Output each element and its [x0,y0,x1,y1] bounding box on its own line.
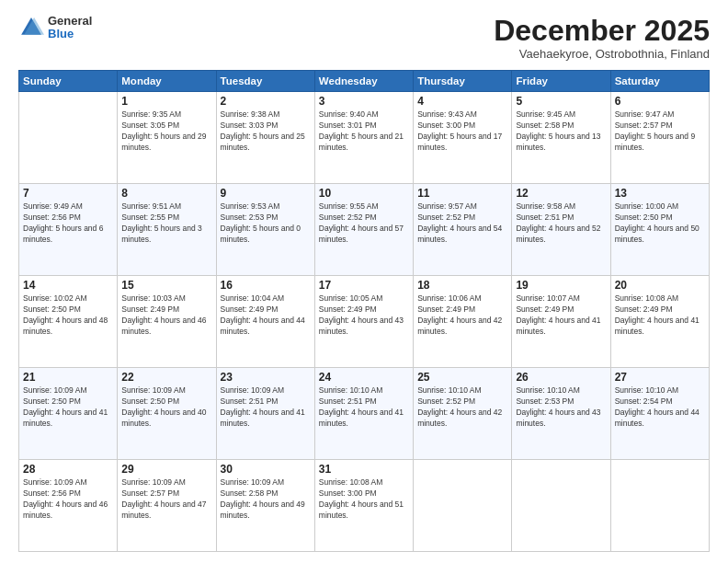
calendar-week-3: 14Sunrise: 10:02 AM Sunset: 2:50 PM Dayl… [19,276,710,368]
day-number: 17 [319,279,409,292]
logo-blue: Blue [48,28,92,40]
month-title: December 2025 [494,15,710,47]
day-number: 30 [221,463,311,476]
calendar-cell: 31Sunrise: 10:08 AM Sunset: 3:00 PM Dayl… [314,460,413,552]
day-info: Sunrise: 9:45 AM Sunset: 2:58 PM Dayligh… [516,109,606,154]
col-header-sunday: Sunday [19,71,118,92]
day-number: 6 [615,95,705,108]
calendar-cell: 5Sunrise: 9:45 AM Sunset: 2:58 PM Daylig… [512,92,610,184]
day-number: 7 [23,187,113,200]
day-info: Sunrise: 10:10 AM Sunset: 2:51 PM Daylig… [319,385,409,430]
day-number: 22 [121,371,211,384]
logo-general: General [48,15,92,28]
calendar-cell: 11Sunrise: 9:57 AM Sunset: 2:52 PM Dayli… [414,184,512,276]
day-info: Sunrise: 10:09 AM Sunset: 2:58 PM Daylig… [221,477,311,522]
col-header-saturday: Saturday [610,71,709,92]
logo-icon [18,15,44,40]
header: General Blue December 2025 Vaehaekyroe, … [18,15,710,61]
calendar-cell: 4Sunrise: 9:43 AM Sunset: 3:00 PM Daylig… [414,92,512,184]
day-number: 14 [23,279,113,292]
calendar-cell: 17Sunrise: 10:05 AM Sunset: 2:49 PM Dayl… [314,276,413,368]
calendar-cell: 10Sunrise: 9:55 AM Sunset: 2:52 PM Dayli… [314,184,413,276]
day-number: 18 [417,279,507,292]
day-info: Sunrise: 10:08 AM Sunset: 3:00 PM Daylig… [319,477,409,522]
calendar-cell: 7Sunrise: 9:49 AM Sunset: 2:56 PM Daylig… [19,184,118,276]
day-info: Sunrise: 10:08 AM Sunset: 2:49 PM Daylig… [615,293,705,338]
calendar-cell [610,460,709,552]
day-number: 10 [319,187,409,200]
day-info: Sunrise: 10:09 AM Sunset: 2:50 PM Daylig… [23,385,113,430]
day-info: Sunrise: 9:38 AM Sunset: 3:03 PM Dayligh… [221,109,311,154]
calendar-cell: 13Sunrise: 10:00 AM Sunset: 2:50 PM Dayl… [610,184,709,276]
day-info: Sunrise: 9:43 AM Sunset: 3:00 PM Dayligh… [417,109,507,154]
day-number: 3 [319,95,409,108]
subtitle: Vaehaekyroe, Ostrobothnia, Finland [494,47,710,61]
col-header-monday: Monday [118,71,216,92]
day-number: 16 [221,279,311,292]
calendar-cell [512,460,610,552]
calendar-week-4: 21Sunrise: 10:09 AM Sunset: 2:50 PM Dayl… [19,368,710,460]
day-info: Sunrise: 9:51 AM Sunset: 2:55 PM Dayligh… [121,201,211,246]
day-info: Sunrise: 9:58 AM Sunset: 2:51 PM Dayligh… [516,201,606,246]
title-block: December 2025 Vaehaekyroe, Ostrobothnia,… [494,15,710,61]
calendar-cell: 8Sunrise: 9:51 AM Sunset: 2:55 PM Daylig… [118,184,216,276]
day-info: Sunrise: 10:10 AM Sunset: 2:53 PM Daylig… [516,385,606,430]
calendar-cell: 3Sunrise: 9:40 AM Sunset: 3:01 PM Daylig… [314,92,413,184]
day-info: Sunrise: 10:09 AM Sunset: 2:50 PM Daylig… [121,385,211,430]
day-info: Sunrise: 10:10 AM Sunset: 2:52 PM Daylig… [417,385,507,430]
day-info: Sunrise: 10:09 AM Sunset: 2:57 PM Daylig… [121,477,211,522]
day-number: 21 [23,371,113,384]
calendar-cell: 25Sunrise: 10:10 AM Sunset: 2:52 PM Dayl… [414,368,512,460]
calendar-header-row: SundayMondayTuesdayWednesdayThursdayFrid… [19,71,710,92]
day-info: Sunrise: 10:04 AM Sunset: 2:49 PM Daylig… [221,293,311,338]
day-number: 1 [121,95,211,108]
calendar-cell: 23Sunrise: 10:09 AM Sunset: 2:51 PM Dayl… [216,368,314,460]
calendar-cell: 29Sunrise: 10:09 AM Sunset: 2:57 PM Dayl… [118,460,216,552]
calendar-cell: 27Sunrise: 10:10 AM Sunset: 2:54 PM Dayl… [610,368,709,460]
day-info: Sunrise: 9:53 AM Sunset: 2:53 PM Dayligh… [221,201,311,246]
day-info: Sunrise: 10:09 AM Sunset: 2:51 PM Daylig… [221,385,311,430]
calendar-week-1: 1Sunrise: 9:35 AM Sunset: 3:05 PM Daylig… [19,92,710,184]
day-info: Sunrise: 9:35 AM Sunset: 3:05 PM Dayligh… [121,109,211,154]
day-number: 25 [417,371,507,384]
calendar-cell: 2Sunrise: 9:38 AM Sunset: 3:03 PM Daylig… [216,92,314,184]
page: General Blue December 2025 Vaehaekyroe, … [0,0,728,563]
calendar-table: SundayMondayTuesdayWednesdayThursdayFrid… [18,70,710,552]
calendar-cell: 30Sunrise: 10:09 AM Sunset: 2:58 PM Dayl… [216,460,314,552]
calendar-cell: 24Sunrise: 10:10 AM Sunset: 2:51 PM Dayl… [314,368,413,460]
day-number: 23 [221,371,311,384]
calendar-cell: 9Sunrise: 9:53 AM Sunset: 2:53 PM Daylig… [216,184,314,276]
logo: General Blue [18,15,92,41]
calendar-cell: 18Sunrise: 10:06 AM Sunset: 2:49 PM Dayl… [414,276,512,368]
calendar-cell: 1Sunrise: 9:35 AM Sunset: 3:05 PM Daylig… [118,92,216,184]
calendar-cell: 16Sunrise: 10:04 AM Sunset: 2:49 PM Dayl… [216,276,314,368]
col-header-wednesday: Wednesday [314,71,413,92]
day-info: Sunrise: 9:40 AM Sunset: 3:01 PM Dayligh… [319,109,409,154]
day-info: Sunrise: 9:55 AM Sunset: 2:52 PM Dayligh… [319,201,409,246]
calendar-cell [414,460,512,552]
calendar-week-2: 7Sunrise: 9:49 AM Sunset: 2:56 PM Daylig… [19,184,710,276]
day-info: Sunrise: 10:06 AM Sunset: 2:49 PM Daylig… [417,293,507,338]
col-header-tuesday: Tuesday [216,71,314,92]
day-info: Sunrise: 10:00 AM Sunset: 2:50 PM Daylig… [615,201,705,246]
day-number: 11 [417,187,507,200]
day-number: 20 [615,279,705,292]
day-number: 28 [23,463,113,476]
day-info: Sunrise: 10:10 AM Sunset: 2:54 PM Daylig… [615,385,705,430]
day-number: 9 [221,187,311,200]
calendar-cell: 26Sunrise: 10:10 AM Sunset: 2:53 PM Dayl… [512,368,610,460]
day-number: 29 [121,463,211,476]
calendar-cell [19,92,118,184]
calendar-cell: 6Sunrise: 9:47 AM Sunset: 2:57 PM Daylig… [610,92,709,184]
calendar-cell: 14Sunrise: 10:02 AM Sunset: 2:50 PM Dayl… [19,276,118,368]
day-number: 4 [417,95,507,108]
day-info: Sunrise: 10:03 AM Sunset: 2:49 PM Daylig… [121,293,211,338]
logo-text: General Blue [48,15,92,41]
calendar-cell: 15Sunrise: 10:03 AM Sunset: 2:49 PM Dayl… [118,276,216,368]
day-number: 27 [615,371,705,384]
day-number: 26 [516,371,606,384]
col-header-friday: Friday [512,71,610,92]
day-info: Sunrise: 10:09 AM Sunset: 2:56 PM Daylig… [23,477,113,522]
calendar-cell: 12Sunrise: 9:58 AM Sunset: 2:51 PM Dayli… [512,184,610,276]
day-info: Sunrise: 9:49 AM Sunset: 2:56 PM Dayligh… [23,201,113,246]
